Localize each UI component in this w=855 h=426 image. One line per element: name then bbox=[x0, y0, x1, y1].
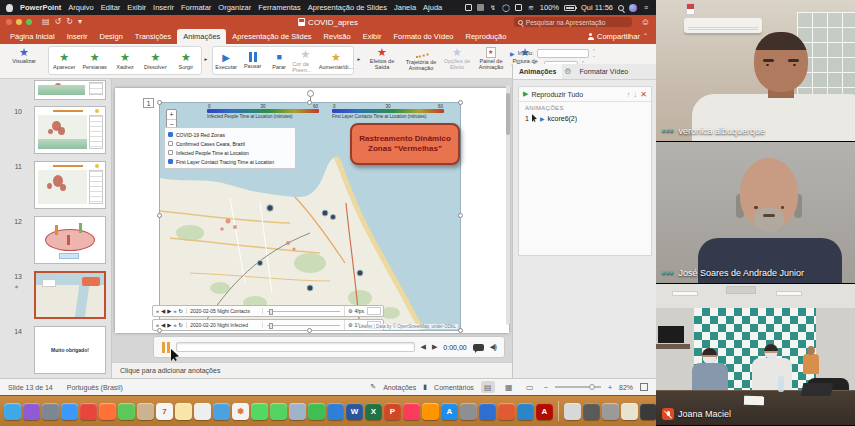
timeline-slider[interactable] bbox=[263, 320, 345, 330]
language-indicator[interactable]: Português (Brasil) bbox=[67, 384, 123, 391]
fps-gear-icon[interactable]: ⚙ bbox=[348, 308, 352, 314]
move-up-icon[interactable]: ↑ bbox=[627, 90, 631, 99]
feedback-smiley-icon[interactable]: ☺ bbox=[641, 17, 650, 27]
undo-icon[interactable]: ↺ bbox=[55, 18, 62, 26]
screen-mirroring-icon[interactable] bbox=[465, 4, 472, 11]
keynote-icon[interactable] bbox=[327, 403, 344, 420]
tab-reproducao[interactable]: Reprodução bbox=[459, 29, 512, 44]
zoom-percentage[interactable]: 82% bbox=[619, 384, 633, 391]
textedit-icon[interactable] bbox=[194, 403, 211, 420]
executar-button[interactable]: ▶Executar bbox=[213, 47, 239, 74]
pause-button[interactable] bbox=[162, 342, 170, 353]
powerpoint-icon[interactable]: P bbox=[384, 403, 401, 420]
participant-video-2[interactable]: ••• José Soares de Andrade Junior bbox=[656, 142, 855, 284]
timeline-infected[interactable]: «◀▶»↻ 2020-02-20 Night Infected ⚙1fps bbox=[152, 319, 384, 331]
animation-list-item[interactable]: 1 ▶ kcore6(2) bbox=[519, 112, 651, 124]
search-input[interactable]: Pesquisar na Apresentação bbox=[514, 17, 632, 27]
notification-center-icon[interactable]: ≡ bbox=[642, 4, 650, 12]
timeline-transport-buttons[interactable]: «◀▶»↻ bbox=[153, 308, 187, 314]
siri-icon[interactable] bbox=[629, 4, 637, 12]
inicio-stepper[interactable]: ⌃⌄ bbox=[592, 49, 596, 57]
rotation-handle[interactable] bbox=[307, 90, 314, 97]
wifi-icon[interactable]: ≋ bbox=[527, 4, 535, 12]
map-zoom-in-button[interactable]: + bbox=[167, 110, 176, 120]
thumbnail-slide-9[interactable] bbox=[34, 80, 106, 100]
tab-apresentacao-de-slides[interactable]: Apresentação de Slides bbox=[226, 29, 317, 44]
map-attribution[interactable]: Leaflet | Data by © OpenStreetMap, under… bbox=[357, 324, 458, 329]
tab-pagina-inicial[interactable]: Página Inicial bbox=[4, 29, 61, 44]
resize-handle[interactable] bbox=[157, 213, 162, 218]
annotations-button[interactable]: Anotações bbox=[383, 384, 416, 391]
facetime-icon[interactable] bbox=[270, 403, 287, 420]
share-button[interactable]: Compartilhar ⌃ bbox=[587, 29, 656, 44]
excel-icon[interactable]: X bbox=[365, 403, 382, 420]
display-icon[interactable] bbox=[515, 4, 522, 11]
effect-surgir[interactable]: ★Surgir bbox=[171, 47, 201, 74]
safari-icon[interactable] bbox=[61, 403, 78, 420]
comment-bubble-icon[interactable] bbox=[473, 344, 484, 351]
vscode-icon[interactable] bbox=[517, 403, 534, 420]
checkbox-unchecked-icon[interactable] bbox=[168, 150, 173, 155]
opcoes-de-efeito-button[interactable]: ★ Opções de Efeito bbox=[440, 47, 474, 71]
resize-handle[interactable] bbox=[458, 328, 463, 333]
zoom-out-button[interactable]: − bbox=[544, 384, 548, 391]
resize-handle[interactable] bbox=[307, 328, 312, 333]
camera-icon[interactable] bbox=[640, 403, 657, 420]
playback-progress-track[interactable] bbox=[176, 342, 415, 352]
delete-animation-icon[interactable]: ✕ bbox=[640, 90, 647, 99]
participant-video-1[interactable]: ••• veronica albuquerque bbox=[656, 0, 855, 142]
media-more-arrow[interactable]: ▸ bbox=[356, 56, 362, 62]
word-icon[interactable]: W bbox=[346, 403, 363, 420]
menu-arquivo[interactable]: Arquivo bbox=[68, 3, 93, 12]
pane-gear-icon[interactable]: ⚙ bbox=[562, 67, 573, 76]
maximize-window-button[interactable] bbox=[26, 19, 32, 25]
editor-scrollbar[interactable] bbox=[506, 85, 510, 325]
trajetoria-animacao-button[interactable]: Trajetória de Animação bbox=[402, 49, 440, 72]
map-video-object[interactable]: + − 0 30 60 Infected People Time at Loca… bbox=[160, 103, 460, 330]
slideshow-view-button[interactable]: ▭ bbox=[523, 381, 537, 393]
timeline-contacts[interactable]: «◀▶»↻ 2020-02-05 Night Contacts ⚙4fps bbox=[152, 305, 384, 317]
zoom-slider[interactable] bbox=[555, 386, 601, 388]
tab-transicoes[interactable]: Transições bbox=[129, 29, 177, 44]
preview-icon[interactable] bbox=[289, 403, 306, 420]
finder-icon[interactable] bbox=[4, 403, 21, 420]
tab-design[interactable]: Design bbox=[93, 29, 128, 44]
legend-row[interactable]: COVID-19 Red Zonas bbox=[168, 130, 292, 139]
notes-area[interactable]: Clique para adicionar anotações bbox=[112, 362, 512, 378]
legend-row[interactable]: Confirmed Cases Ceara, Brazil bbox=[168, 139, 292, 148]
menu-apresentacao[interactable]: Apresentação de Slides bbox=[308, 3, 387, 12]
pausar-button[interactable]: Pausar bbox=[239, 47, 265, 74]
photos-icon[interactable]: ✽ bbox=[232, 403, 249, 420]
tab-revisao[interactable]: Revisão bbox=[318, 29, 357, 44]
numbers-icon[interactable] bbox=[308, 403, 325, 420]
close-window-button[interactable] bbox=[6, 19, 12, 25]
resize-handle[interactable] bbox=[458, 100, 463, 105]
tab-inserir[interactable]: Inserir bbox=[61, 29, 94, 44]
music-icon[interactable] bbox=[403, 403, 420, 420]
pane-tab-formatar-video[interactable]: Formatar Vídeo bbox=[574, 64, 635, 79]
vpn-icon[interactable]: ◯ bbox=[502, 4, 510, 12]
menu-ajuda[interactable]: Ajuda bbox=[423, 3, 442, 12]
red-zones-callout[interactable]: Rastreamento Dinâmico Zonas “Vermelhas” bbox=[350, 123, 460, 165]
menu-formatar[interactable]: Formatar bbox=[181, 3, 211, 12]
acrobat-icon[interactable]: A bbox=[536, 403, 553, 420]
inicio-select[interactable] bbox=[537, 49, 589, 58]
firefox-icon[interactable] bbox=[99, 403, 116, 420]
thumbnail-slide-12[interactable] bbox=[34, 216, 106, 264]
tab-exibir[interactable]: Exibir bbox=[357, 29, 388, 44]
contacts-icon[interactable] bbox=[137, 403, 154, 420]
menu-janela[interactable]: Janela bbox=[394, 3, 416, 12]
tab-animacoes[interactable]: Animações bbox=[177, 29, 226, 44]
painel-de-animacao-button[interactable]: Painel de Animação bbox=[474, 47, 508, 71]
toolbar-dropdown-icon[interactable]: ▾ bbox=[78, 18, 82, 26]
menubar-app-name[interactable]: PowerPoint bbox=[20, 3, 61, 12]
resize-handle[interactable] bbox=[307, 100, 312, 105]
thumbnail-slide-14[interactable]: Muito obrigado! bbox=[34, 326, 106, 374]
checkbox-checked-icon[interactable] bbox=[168, 132, 173, 137]
bolt-icon[interactable]: ↯ bbox=[489, 4, 497, 12]
downloads-icon[interactable] bbox=[564, 403, 581, 420]
cor-preenchimento-button[interactable]: ★Cor da Preen... bbox=[292, 47, 318, 74]
effect-xadrez[interactable]: ★Xadrez bbox=[110, 47, 140, 74]
document-icon[interactable] bbox=[621, 403, 638, 420]
window-2-icon[interactable] bbox=[602, 403, 619, 420]
